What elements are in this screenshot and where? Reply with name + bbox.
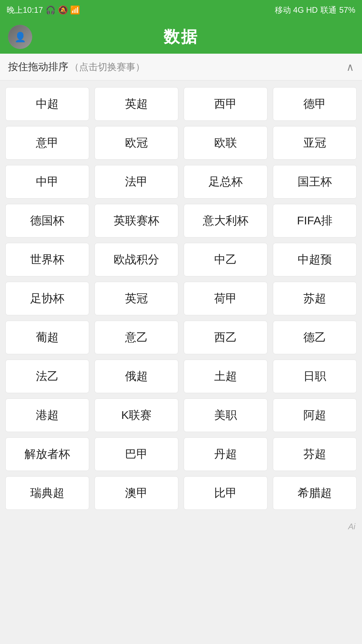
league-item[interactable]: 澳甲 [95,476,178,510]
league-item[interactable]: 荷甲 [184,282,267,315]
league-item[interactable]: 阿超 [273,398,357,432]
league-item[interactable]: 中甲 [5,165,89,199]
league-grid: 中超英超西甲德甲意甲欧冠欧联亚冠中甲法甲足总杯国王杯德国杯英联赛杯意大利杯FIF… [5,87,357,510]
league-item[interactable]: 苏超 [273,282,357,315]
league-item[interactable]: 世界杯 [5,243,89,276]
app-header: 👤 数据 [0,20,362,54]
league-item[interactable]: 德乙 [273,321,357,354]
league-item[interactable]: 德甲 [273,87,357,121]
collapse-icon[interactable]: ∧ [346,61,354,73]
league-item[interactable]: 国王杯 [273,165,357,199]
league-item[interactable]: 中超 [5,87,89,121]
league-item[interactable]: 丹超 [184,437,267,471]
watermark-text: Ai [348,522,355,531]
bottom-watermark: Ai [0,517,362,537]
sort-label: 按住拖动排序 [8,61,68,72]
league-item[interactable]: 希腊超 [273,476,357,510]
status-carrier: 联通 [320,5,337,15]
league-item[interactable]: 美职 [184,398,267,432]
league-item[interactable]: K联赛 [95,398,178,432]
league-item[interactable]: 欧战积分 [95,243,178,276]
league-item[interactable]: 意大利杯 [184,204,267,237]
status-bar: 晚上10:17 🎧 🔕 📶 移动 4G HD 联通 57% [0,0,362,20]
league-item[interactable]: 意乙 [95,321,178,354]
league-item[interactable]: 西甲 [184,87,267,121]
status-left: 晚上10:17 🎧 🔕 📶 [7,5,80,15]
league-item[interactable]: 中乙 [184,243,267,276]
league-item[interactable]: 比甲 [184,476,267,510]
sort-bar-text: 按住拖动排序 （点击切换赛事） [8,60,145,74]
league-item[interactable]: 解放者杯 [5,437,89,471]
league-item[interactable]: 英超 [95,87,178,121]
sort-bar[interactable]: 按住拖动排序 （点击切换赛事） ∧ [0,54,362,80]
league-item[interactable]: 俄超 [95,360,178,393]
status-icons: 🎧 🔕 📶 [46,5,80,15]
league-item[interactable]: 巴甲 [95,437,178,471]
league-item[interactable]: 足协杯 [5,282,89,315]
league-item[interactable]: 葡超 [5,321,89,354]
status-network: 移动 4G HD [275,5,318,15]
league-item[interactable]: 英联赛杯 [95,204,178,237]
league-item[interactable]: FIFA排 [273,204,357,237]
league-item[interactable]: 德国杯 [5,204,89,237]
status-right: 移动 4G HD 联通 57% [275,5,355,15]
league-item[interactable]: 土超 [184,360,267,393]
status-battery: 57% [339,5,355,15]
league-item[interactable]: 港超 [5,398,89,432]
league-item[interactable]: 瑞典超 [5,476,89,510]
league-item[interactable]: 欧冠 [95,126,178,160]
league-item[interactable]: 西乙 [184,321,267,354]
league-item[interactable]: 日职 [273,360,357,393]
league-item[interactable]: 足总杯 [184,165,267,199]
league-item[interactable]: 法乙 [5,360,89,393]
avatar[interactable]: 👤 [8,25,32,49]
league-item[interactable]: 意甲 [5,126,89,160]
league-item[interactable]: 法甲 [95,165,178,199]
sort-hint: （点击切换赛事） [70,62,145,72]
league-item[interactable]: 欧联 [184,126,267,160]
grid-container: 中超英超西甲德甲意甲欧冠欧联亚冠中甲法甲足总杯国王杯德国杯英联赛杯意大利杯FIF… [0,80,362,517]
status-time: 晚上10:17 [7,5,43,15]
league-item[interactable]: 中超预 [273,243,357,276]
league-item[interactable]: 英冠 [95,282,178,315]
page-title: 数据 [164,26,198,48]
avatar-image: 👤 [8,25,32,49]
league-item[interactable]: 芬超 [273,437,357,471]
league-item[interactable]: 亚冠 [273,126,357,160]
